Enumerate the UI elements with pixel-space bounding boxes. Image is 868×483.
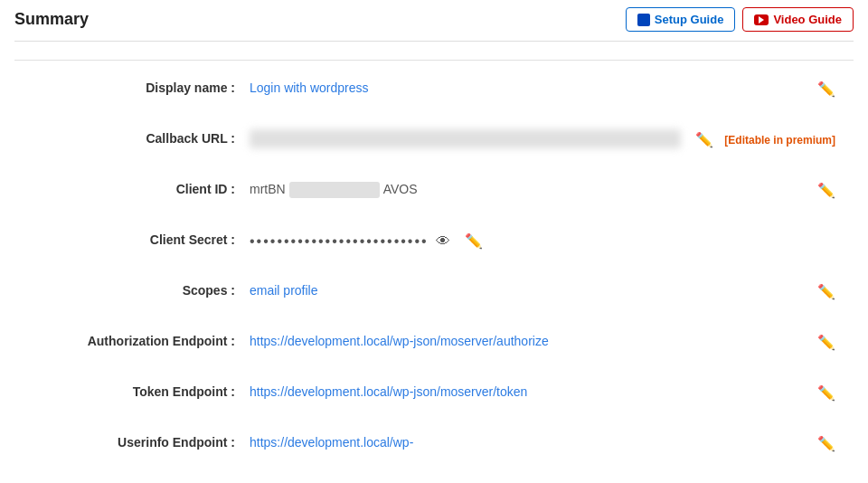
client-secret-value-area: •••••••••••••••••••••••••• 👁 <box>250 231 450 252</box>
header: Summary Setup Guide Video Guide <box>14 7 854 42</box>
premium-badge: [Editable in premium] <box>724 134 835 147</box>
callback-url-edit-icon[interactable]: ✏️ <box>695 131 713 148</box>
scopes-edit-icon[interactable]: ✏️ <box>817 283 835 300</box>
content-area: Display name : Login with wordpress ✏️ C… <box>14 79 854 459</box>
client-secret-row: Client Secret : ••••••••••••••••••••••••… <box>33 231 835 256</box>
header-buttons: Setup Guide Video Guide <box>626 7 854 32</box>
scopes-value: email profile <box>250 281 803 300</box>
client-secret-label: Client Secret : <box>33 231 250 247</box>
video-guide-button[interactable]: Video Guide <box>742 7 854 32</box>
divider <box>14 60 854 61</box>
auth-endpoint-value: https://development.local/wp-json/moserv… <box>250 332 803 351</box>
callback-url-actions: ✏️ [Editable in premium] <box>695 129 835 148</box>
userinfo-endpoint-label: Userinfo Endpoint : <box>33 433 250 450</box>
display-name-value: Login with wordpress <box>250 79 803 98</box>
client-id-row: Client ID : mrtBN AVOS ✏️ <box>33 180 835 205</box>
page-title: Summary <box>14 10 89 29</box>
token-endpoint-row: Token Endpoint : https://development.loc… <box>33 383 835 408</box>
client-id-actions: ✏️ <box>817 180 835 199</box>
token-endpoint-actions: ✏️ <box>817 383 835 402</box>
callback-url-label: Callback URL : <box>33 129 250 146</box>
token-endpoint-value: https://development.local/wp-json/moserv… <box>250 383 803 402</box>
client-secret-actions: ✏️ <box>465 231 483 250</box>
client-id-label: Client ID : <box>33 180 250 196</box>
userinfo-endpoint-edit-icon[interactable]: ✏️ <box>817 435 835 452</box>
userinfo-endpoint-row: Userinfo Endpoint : https://development.… <box>33 433 835 459</box>
auth-endpoint-edit-icon[interactable]: ✏️ <box>817 334 835 351</box>
client-secret-edit-icon[interactable]: ✏️ <box>465 232 483 250</box>
toggle-secret-icon[interactable]: 👁 <box>436 233 450 250</box>
scopes-actions: ✏️ <box>817 281 835 300</box>
client-id-value: mrtBN AVOS <box>250 180 803 199</box>
display-name-edit-icon[interactable]: ✏️ <box>817 80 835 98</box>
display-name-label: Display name : <box>33 79 250 95</box>
callback-url-row: Callback URL : https://[redacted].wpsand… <box>33 129 835 155</box>
userinfo-endpoint-actions: ✏️ <box>817 433 835 452</box>
auth-endpoint-row: Authorization Endpoint : https://develop… <box>33 332 835 357</box>
scopes-label: Scopes : <box>33 281 250 298</box>
setup-guide-button[interactable]: Setup Guide <box>626 7 736 32</box>
page-wrapper: Summary Setup Guide Video Guide Display … <box>0 0 868 483</box>
display-name-row: Display name : Login with wordpress ✏️ <box>33 79 835 104</box>
token-endpoint-edit-icon[interactable]: ✏️ <box>817 384 835 402</box>
callback-url-value: https://[redacted].wpsandbox.org <box>250 129 681 148</box>
client-id-edit-icon[interactable]: ✏️ <box>817 182 835 199</box>
client-secret-value: •••••••••••••••••••••••••• <box>250 231 429 252</box>
setup-guide-icon <box>637 14 650 26</box>
youtube-icon <box>754 14 769 25</box>
auth-endpoint-actions: ✏️ <box>817 332 835 351</box>
userinfo-endpoint-value: https://development.local/wp- <box>250 433 803 452</box>
auth-endpoint-label: Authorization Endpoint : <box>33 332 250 348</box>
scopes-row: Scopes : email profile ✏️ <box>33 281 835 307</box>
token-endpoint-label: Token Endpoint : <box>33 383 250 399</box>
display-name-actions: ✏️ <box>817 79 835 98</box>
